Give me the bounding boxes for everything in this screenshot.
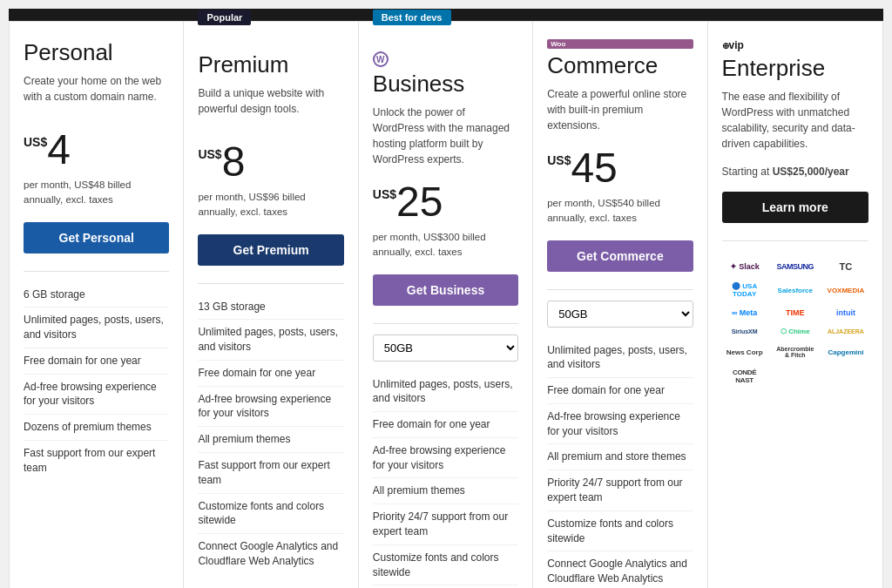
logo-salesforce: Salesforce bbox=[773, 280, 818, 301]
personal-plan-name: Personal bbox=[24, 39, 169, 66]
woo-icon: Woo bbox=[547, 39, 693, 49]
premium-badge: Popular bbox=[198, 10, 251, 25]
business-features: Unlimited pages, posts, users, and visit… bbox=[373, 372, 518, 589]
logo-capgemini: Capgemini bbox=[823, 343, 868, 361]
personal-divider bbox=[24, 271, 169, 272]
plan-col-commerce: Woo Commerce Create a powerful online st… bbox=[533, 22, 707, 588]
personal-currency: US$ bbox=[24, 135, 47, 149]
feature-item: Customize fonts and colors sitewide bbox=[198, 494, 343, 535]
wp-icon bbox=[373, 51, 389, 67]
enterprise-starting: Starting at US$25,000/year bbox=[722, 166, 868, 178]
commerce-storage-select[interactable]: 50GB 100GB 200GB bbox=[547, 301, 693, 328]
feature-item: Fast support from our expert team bbox=[198, 453, 343, 494]
pricing-grid: Personal Create your home on the web wit… bbox=[9, 21, 883, 588]
plan-col-premium: Popular Premium Build a unique website w… bbox=[184, 22, 358, 588]
commerce-amount: 45 bbox=[571, 145, 617, 191]
commerce-features: Unlimited pages, posts, users, and visit… bbox=[547, 338, 693, 589]
feature-item: Connect Google Analytics and Cloudflare … bbox=[198, 534, 343, 574]
logo-meta: ∞ Meta bbox=[722, 306, 767, 320]
personal-price: US$4 bbox=[24, 129, 169, 171]
feature-item: Unlimited pages, posts, users, and visit… bbox=[198, 320, 343, 361]
premium-plan-name: Premium bbox=[198, 51, 343, 78]
feature-item: Fast support from our expert team bbox=[24, 441, 169, 481]
commerce-billed: per month, US$540 billed annually, excl.… bbox=[547, 196, 693, 226]
premium-plan-desc: Build a unique website with powerful des… bbox=[198, 85, 343, 127]
premium-billed: per month, US$96 billed annually, excl. … bbox=[198, 190, 343, 220]
logo-samsung: SAMSUNG bbox=[773, 259, 818, 274]
feature-item: All premium and store themes bbox=[547, 444, 693, 470]
logo-aljazeera: ALJAZEERA bbox=[823, 325, 868, 338]
business-billed: per month, US$300 billed annually, excl.… bbox=[373, 230, 518, 260]
business-badge: Best for devs bbox=[373, 10, 451, 25]
logo-slack: ✦ Slack bbox=[722, 259, 767, 274]
personal-cta-button[interactable]: Get Personal bbox=[24, 222, 169, 253]
premium-currency: US$ bbox=[198, 147, 221, 161]
business-price: US$25 bbox=[373, 181, 518, 223]
commerce-price: US$45 bbox=[547, 147, 693, 189]
plan-col-personal: Personal Create your home on the web wit… bbox=[10, 22, 184, 588]
logo-tc: TC bbox=[823, 259, 868, 274]
feature-item: Ad-free browsing experience for your vis… bbox=[24, 375, 169, 416]
logo-voxmedia: VOXMEDIA bbox=[823, 280, 868, 301]
premium-cta-button[interactable]: Get Premium bbox=[198, 234, 343, 266]
feature-item: Dozens of premium themes bbox=[24, 415, 169, 441]
feature-item: Customize fonts and colors sitewide bbox=[547, 511, 693, 552]
business-plan-desc: Unlock the power of WordPress with the m… bbox=[373, 105, 518, 167]
feature-item: Unlimited pages, posts, users, and visit… bbox=[373, 372, 518, 413]
logo-usa-today: 🔵 USA TODAY bbox=[722, 280, 767, 301]
feature-item: Priority 24/7 support from our expert te… bbox=[373, 504, 518, 545]
commerce-plan-desc: Create a powerful online store with buil… bbox=[547, 86, 693, 133]
feature-item: 6 GB storage bbox=[24, 282, 169, 308]
logo-⬡-chime: ⬡ Chime bbox=[773, 325, 818, 338]
commerce-divider bbox=[547, 289, 693, 290]
enterprise-plan-desc: The ease and flexibility of WordPress wi… bbox=[722, 89, 868, 152]
feature-item: Ad-free browsing experience for your vis… bbox=[198, 387, 343, 428]
logo-abercrombie-&-fitch: Abercrombie & Fitch bbox=[773, 343, 818, 361]
feature-item: Customize fonts and colors sitewide bbox=[373, 545, 518, 586]
personal-plan-desc: Create your home on the web with a custo… bbox=[24, 73, 169, 115]
feature-item: Unlimited pages, posts, users, and visit… bbox=[547, 338, 693, 379]
commerce-plan-name: Commerce bbox=[547, 52, 693, 79]
premium-divider bbox=[198, 283, 343, 284]
vip-icon: ⊕vip bbox=[722, 39, 868, 51]
logo-intuit: intuit bbox=[823, 306, 868, 320]
enterprise-divider bbox=[722, 240, 868, 241]
logo-news-corp: News Corp bbox=[722, 343, 767, 361]
feature-item: All premium themes bbox=[198, 427, 343, 453]
feature-item: Unlimited pages, posts, users, and visit… bbox=[24, 308, 169, 348]
business-amount: 25 bbox=[396, 179, 443, 225]
feature-item: Connect Google Analytics and Cloudflare … bbox=[547, 551, 693, 588]
premium-amount: 8 bbox=[222, 139, 246, 185]
logo-time: TIME bbox=[773, 306, 818, 320]
feature-item: All premium themes bbox=[373, 478, 518, 504]
enterprise-cta-button[interactable]: Learn more bbox=[722, 192, 868, 223]
business-currency: US$ bbox=[373, 187, 396, 201]
plan-col-business: Best for devs Business Unlock the power … bbox=[359, 22, 533, 588]
feature-item: 13 GB storage bbox=[198, 294, 343, 321]
enterprise-logos: ✦ SlackSAMSUNGTC🔵 USA TODAYSalesforceVOX… bbox=[722, 259, 868, 387]
business-plan-name: Business bbox=[373, 71, 518, 98]
feature-item: Free domain for one year bbox=[198, 361, 343, 387]
logo-condé-nast: CONDÉ NAST bbox=[722, 366, 767, 387]
feature-item: Free domain for one year bbox=[373, 412, 518, 438]
feature-item: Free domain for one year bbox=[547, 378, 693, 404]
premium-features: 13 GB storageUnlimited pages, posts, use… bbox=[198, 294, 343, 589]
commerce-cta-button[interactable]: Get Commerce bbox=[547, 240, 693, 272]
feature-item: Ad-free browsing experience for your vis… bbox=[547, 404, 693, 445]
business-divider bbox=[373, 323, 518, 324]
personal-billed: per month, US$48 billed annually, excl. … bbox=[24, 178, 169, 208]
business-cta-button[interactable]: Get Business bbox=[373, 274, 518, 306]
feature-item: Priority 24/7 support from our expert te… bbox=[547, 470, 693, 511]
feature-item: Ad-free browsing experience for your vis… bbox=[373, 438, 518, 479]
logo-siriusxm: SiriusXM bbox=[722, 325, 767, 338]
commerce-currency: US$ bbox=[547, 153, 571, 167]
personal-amount: 4 bbox=[47, 126, 71, 172]
feature-item: Free domain for one year bbox=[24, 348, 169, 375]
premium-price: US$8 bbox=[198, 141, 343, 183]
business-storage-select[interactable]: 50GB 100GB 200GB bbox=[373, 335, 518, 362]
personal-features: 6 GB storageUnlimited pages, posts, user… bbox=[24, 282, 169, 589]
plan-col-enterprise: ⊕vip Enterprise The ease and flexibility… bbox=[708, 22, 882, 588]
enterprise-plan-name: Enterprise bbox=[722, 55, 868, 82]
